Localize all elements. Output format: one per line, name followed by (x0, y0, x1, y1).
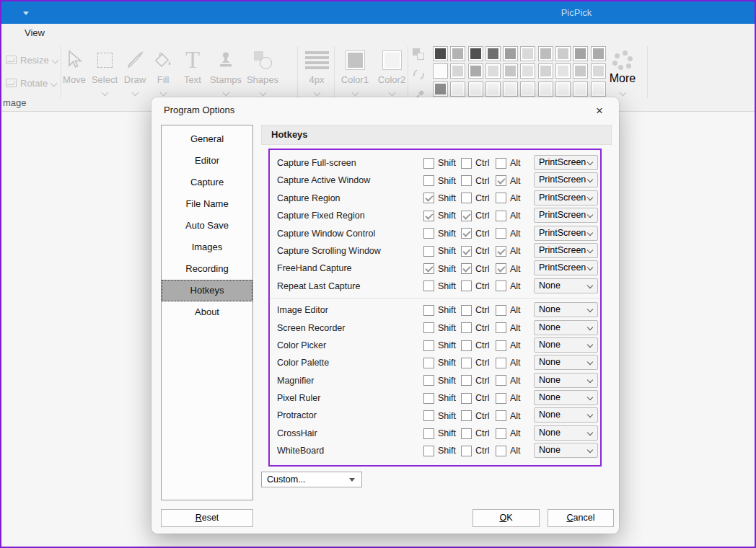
shift-checkbox[interactable] (423, 305, 434, 316)
palette-swatch[interactable] (485, 63, 501, 79)
ctrl-checkbox[interactable] (461, 175, 472, 186)
ctrl-checkbox[interactable] (461, 246, 472, 257)
alt-checkbox[interactable] (496, 305, 506, 316)
shift-checkbox[interactable] (423, 193, 434, 203)
text-tool-button[interactable]: T Text (176, 45, 209, 92)
reset-colors-icon[interactable] (411, 67, 430, 85)
hotkey-key-select[interactable]: None (534, 337, 598, 353)
alt-checkbox[interactable] (496, 193, 506, 203)
hotkey-key-select[interactable]: PrintScreen (534, 208, 598, 223)
color2-button[interactable]: Color2 (375, 45, 408, 92)
shift-checkbox[interactable] (423, 358, 434, 368)
shift-checkbox[interactable] (423, 228, 434, 239)
shift-checkbox[interactable] (423, 246, 434, 257)
ctrl-checkbox[interactable] (461, 158, 472, 169)
nav-item-hotkeys[interactable]: Hotkeys (162, 280, 252, 301)
palette-swatch[interactable] (503, 63, 518, 79)
custom-dropdown[interactable]: Custom... (261, 472, 362, 487)
palette-swatch[interactable] (573, 46, 588, 61)
palette-swatch[interactable] (573, 63, 588, 79)
fill-tool-button[interactable]: Fill (146, 45, 180, 92)
nav-item-about[interactable]: About (162, 301, 252, 323)
quick-access-caret-icon[interactable] (23, 12, 29, 15)
ctrl-checkbox[interactable] (461, 393, 472, 404)
ctrl-checkbox[interactable] (461, 340, 472, 351)
more-colors-button[interactable]: More (606, 45, 639, 92)
shapes-tool-button[interactable]: Shapes (246, 45, 279, 92)
palette-swatch[interactable] (450, 81, 465, 97)
shift-checkbox[interactable] (423, 322, 434, 333)
palette-swatch[interactable] (433, 63, 448, 79)
shift-checkbox[interactable] (423, 375, 434, 386)
color1-button[interactable]: Color1 (338, 45, 372, 92)
shift-checkbox[interactable] (423, 263, 434, 274)
hotkey-key-select[interactable]: None (534, 425, 598, 441)
palette-swatch[interactable] (433, 46, 448, 61)
cancel-button[interactable]: Cancel (548, 509, 614, 527)
nav-item-auto-save[interactable]: Auto Save (162, 215, 252, 237)
hotkey-key-select[interactable]: PrintScreen (534, 226, 598, 241)
ctrl-checkbox[interactable] (461, 193, 472, 203)
alt-checkbox[interactable] (496, 410, 506, 421)
swap-colors-icon[interactable] (411, 47, 430, 65)
ctrl-checkbox[interactable] (461, 410, 472, 421)
alt-checkbox[interactable] (496, 446, 506, 456)
palette-swatch[interactable] (433, 81, 448, 97)
shift-checkbox[interactable] (423, 446, 434, 456)
alt-checkbox[interactable] (496, 246, 506, 257)
nav-item-recording[interactable]: Recording (162, 258, 252, 280)
reset-button[interactable]: Reset (161, 509, 253, 527)
alt-checkbox[interactable] (496, 340, 506, 351)
hotkey-key-select[interactable]: None (534, 390, 598, 405)
palette-swatch[interactable] (538, 63, 553, 79)
hotkey-key-select[interactable]: None (534, 373, 598, 388)
palette-swatch[interactable] (520, 46, 535, 61)
alt-checkbox[interactable] (496, 263, 506, 274)
palette-swatch[interactable] (503, 46, 518, 61)
palette-swatch[interactable] (450, 63, 465, 79)
palette-swatch[interactable] (573, 81, 588, 97)
ctrl-checkbox[interactable] (461, 305, 472, 316)
palette-swatch[interactable] (591, 63, 606, 79)
palette-swatch[interactable] (468, 46, 483, 61)
ctrl-checkbox[interactable] (461, 228, 472, 239)
palette-swatch[interactable] (538, 46, 553, 61)
palette-swatch[interactable] (520, 63, 535, 79)
ctrl-checkbox[interactable] (461, 211, 472, 221)
line-width-button[interactable]: 4px (300, 45, 333, 92)
palette-swatch[interactable] (591, 81, 606, 97)
ctrl-checkbox[interactable] (461, 280, 472, 291)
hotkey-key-select[interactable]: PrintScreen (534, 243, 598, 258)
shift-checkbox[interactable] (423, 340, 434, 351)
select-tool-button[interactable]: Select (88, 45, 121, 92)
shift-checkbox[interactable] (423, 410, 434, 421)
alt-checkbox[interactable] (496, 211, 506, 221)
ctrl-checkbox[interactable] (461, 358, 472, 368)
alt-checkbox[interactable] (496, 375, 506, 386)
alt-checkbox[interactable] (496, 322, 506, 333)
hotkey-key-select[interactable]: None (534, 320, 598, 335)
alt-checkbox[interactable] (496, 228, 506, 239)
shift-checkbox[interactable] (423, 158, 434, 169)
nav-item-general[interactable]: General (162, 128, 252, 150)
rotate-button[interactable]: Rotate (6, 75, 56, 91)
alt-checkbox[interactable] (496, 175, 506, 186)
nav-item-file-name[interactable]: File Name (162, 193, 252, 215)
shift-checkbox[interactable] (423, 175, 434, 186)
shift-checkbox[interactable] (423, 428, 434, 439)
palette-swatch[interactable] (555, 63, 571, 79)
stamps-tool-button[interactable]: Stamps (209, 45, 242, 92)
hotkey-key-select[interactable]: PrintScreen (534, 155, 598, 170)
ctrl-checkbox[interactable] (461, 375, 472, 386)
hotkey-key-select[interactable]: None (534, 278, 598, 293)
palette-swatch[interactable] (555, 81, 571, 97)
hotkey-key-select[interactable]: None (534, 302, 598, 317)
move-tool-button[interactable]: Move (58, 45, 91, 92)
ctrl-checkbox[interactable] (461, 322, 472, 333)
palette-swatch[interactable] (485, 81, 501, 97)
alt-checkbox[interactable] (496, 428, 506, 439)
palette-swatch[interactable] (468, 81, 483, 97)
alt-checkbox[interactable] (496, 358, 506, 368)
nav-item-capture[interactable]: Capture (162, 172, 252, 193)
ok-button[interactable]: OK (472, 509, 540, 527)
